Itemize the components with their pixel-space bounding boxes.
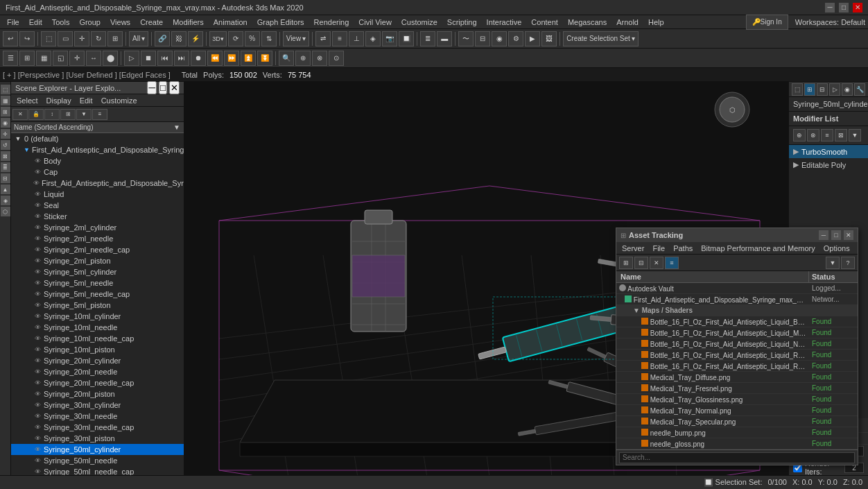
maximize-button[interactable]: □ xyxy=(839,3,849,12)
link-button[interactable]: 🔗 xyxy=(155,31,170,46)
list-item[interactable]: needle_gloss.png Found xyxy=(616,438,858,449)
se-sort-button[interactable]: ↕ xyxy=(44,109,60,120)
at-menu-file[interactable]: File xyxy=(650,244,668,252)
rp-display-button[interactable]: ◉ xyxy=(842,83,853,96)
list-item[interactable]: ▼0 (default) xyxy=(11,133,184,144)
sidebar-icon-10[interactable]: ▲ xyxy=(1,185,10,194)
list-item[interactable]: 👁Seal xyxy=(11,200,184,211)
at-btn-5[interactable]: ▼ xyxy=(826,257,840,269)
se-menu-display[interactable]: Display xyxy=(44,96,74,105)
tb2-btn1[interactable]: ☰ xyxy=(3,51,18,66)
menu-content[interactable]: Content xyxy=(527,17,562,28)
render-setup-button[interactable]: ⚙ xyxy=(508,31,523,46)
at-btn-3[interactable]: ✕ xyxy=(650,257,663,269)
rp-modifier-turbosmooth[interactable]: ▶ TurboSmooth xyxy=(789,145,868,158)
align-button[interactable]: ≡ xyxy=(332,31,347,46)
schematic-button[interactable]: ⊟ xyxy=(475,31,490,46)
rp-mod-icon-3[interactable]: ≡ xyxy=(821,129,833,141)
tb2-btn3[interactable]: ▦ xyxy=(36,51,51,66)
list-item[interactable]: 👁Syringe_2ml_needle xyxy=(11,233,184,244)
menu-help[interactable]: Help xyxy=(644,17,668,28)
menu-edit[interactable]: Edit xyxy=(25,17,46,28)
menu-interactive[interactable]: Interactive xyxy=(483,17,526,28)
menu-scripting[interactable]: Scripting xyxy=(443,17,481,28)
list-item[interactable]: 👁Syringe_2ml_cylinder xyxy=(11,222,184,233)
mirror-button[interactable]: ⇌ xyxy=(315,31,331,46)
list-item[interactable]: needle_bump.png Found xyxy=(616,427,858,438)
sidebar-icon-3[interactable]: ⊞ xyxy=(1,107,10,117)
sidebar-icon-8[interactable]: ≣ xyxy=(1,162,10,172)
layer-manager-button[interactable]: ≣ xyxy=(420,31,435,46)
redo-button[interactable]: ↪ xyxy=(19,31,35,46)
at-btn-2[interactable]: ⊟ xyxy=(634,257,648,269)
list-item[interactable]: 👁Syringe_5ml_needle xyxy=(11,277,184,289)
at-maximize-button[interactable]: □ xyxy=(831,230,841,240)
curve-editor-button[interactable]: 〜 xyxy=(458,31,474,46)
se-minimize-button[interactable]: ─ xyxy=(147,81,156,94)
list-item[interactable]: Autodesk Vault Logged... xyxy=(616,283,858,294)
list-item[interactable]: 👁Syringe_2ml_needle_cap xyxy=(11,244,184,255)
tb2-btn6[interactable]: ↔ xyxy=(86,51,101,66)
at-minimize-button[interactable]: ─ xyxy=(819,230,828,240)
list-item[interactable]: Bottle_16_Fl_Oz_First_Aid_Antiseptic_Liq… xyxy=(616,316,858,327)
rp-mod-icon-4[interactable]: ⊠ xyxy=(835,129,847,141)
list-item[interactable]: 👁Syringe_2ml_piston xyxy=(11,255,184,266)
align-view-button[interactable]: 🔲 xyxy=(399,31,414,46)
se-menu-customize[interactable]: Customize xyxy=(98,96,140,105)
menu-megascans[interactable]: Megascans xyxy=(564,17,611,28)
tb2-btn2[interactable]: ⊞ xyxy=(19,51,35,66)
rp-mod-icon-1[interactable]: ⊕ xyxy=(793,129,806,141)
sidebar-icon-9[interactable]: ⊟ xyxy=(1,173,10,183)
tb2-btn18[interactable]: ⊕ xyxy=(295,51,311,66)
material-editor-button[interactable]: ◉ xyxy=(492,31,507,46)
list-item[interactable]: 👁Syringe_10ml_needle_cap xyxy=(11,333,184,344)
align-camera-button[interactable]: 📷 xyxy=(382,31,397,46)
sidebar-icon-2[interactable]: ▦ xyxy=(1,96,10,105)
list-item[interactable]: Bottle_16_Fl_Oz_First_Aid_Antiseptic_Liq… xyxy=(616,338,858,350)
list-item[interactable]: ▼First_Aid_Antiseptic_and_Disposable_Syr… xyxy=(11,144,184,155)
se-close-button[interactable]: ✕ xyxy=(169,81,180,94)
menu-tools[interactable]: Tools xyxy=(48,17,74,28)
list-item[interactable]: 👁Sticker xyxy=(11,211,184,222)
menu-group[interactable]: Group xyxy=(75,17,105,28)
list-item[interactable]: Medical_Tray_Normal.png Found xyxy=(616,405,858,416)
select-region-button[interactable]: ▭ xyxy=(58,31,73,46)
at-menu-bitmap-perf[interactable]: Bitmap Performance and Memory xyxy=(698,244,817,252)
list-item[interactable]: 👁Syringe_30ml_needle xyxy=(11,411,184,422)
sidebar-icon-12[interactable]: ⬡ xyxy=(1,207,10,216)
menu-modifiers[interactable]: Modifiers xyxy=(168,17,208,28)
close-button[interactable]: ✕ xyxy=(853,3,862,12)
tb2-btn19[interactable]: ⊗ xyxy=(312,51,327,66)
render-button[interactable]: ▶ xyxy=(525,31,540,46)
minimize-button[interactable]: ─ xyxy=(825,3,835,12)
list-item[interactable]: 👁Syringe_30ml_needle_cap xyxy=(11,422,184,433)
sidebar-icon-7[interactable]: ⊠ xyxy=(1,151,10,161)
rp-utilities-button[interactable]: 🔧 xyxy=(854,83,865,96)
rp-motion-button[interactable]: ▷ xyxy=(829,83,840,96)
list-item[interactable]: Medical_Tray_Glossiness.png Found xyxy=(616,394,858,405)
se-options-button[interactable]: ≡ xyxy=(92,109,107,120)
menu-file[interactable]: File xyxy=(3,17,24,28)
tb2-btn20[interactable]: ⊙ xyxy=(329,51,344,66)
tb2-btn7[interactable]: ⬤ xyxy=(103,51,118,66)
3d-snap-button[interactable]: 3D▾ xyxy=(209,31,227,46)
list-item[interactable]: 👁Syringe_30ml_piston xyxy=(11,433,184,444)
sidebar-icon-4[interactable]: ◉ xyxy=(1,118,10,128)
spinner-snap-button[interactable]: ⇅ xyxy=(261,31,277,46)
tb2-btn11[interactable]: ⏭ xyxy=(174,51,189,66)
rp-hierarchy-button[interactable]: ⊟ xyxy=(817,83,828,96)
rp-create-button[interactable]: ⬚ xyxy=(792,83,803,96)
list-item[interactable]: 👁Body xyxy=(11,155,184,166)
list-item[interactable]: 👁Syringe_20ml_cylinder xyxy=(11,355,184,366)
all-dropdown[interactable]: All▾ xyxy=(129,31,148,46)
menu-graph-editors[interactable]: Graph Editors xyxy=(253,17,309,28)
angle-snap-button[interactable]: ⟳ xyxy=(228,31,243,46)
menu-animation[interactable]: Animation xyxy=(209,17,252,28)
list-item[interactable]: First_Aid_Antiseptic_and_Disposable_Syri… xyxy=(616,294,858,305)
list-item[interactable]: ▼ Maps / Shaders xyxy=(616,305,858,316)
list-item[interactable]: 👁Syringe_5ml_cylinder xyxy=(11,266,184,277)
signin-button[interactable]: 🔑 Sign In xyxy=(746,15,788,30)
list-item[interactable]: Bottle_16_Fl_Oz_First_Aid_Antiseptic_Liq… xyxy=(616,350,858,361)
percent-snap-button[interactable]: % xyxy=(245,31,260,46)
sidebar-icon-6[interactable]: ↺ xyxy=(1,140,10,150)
